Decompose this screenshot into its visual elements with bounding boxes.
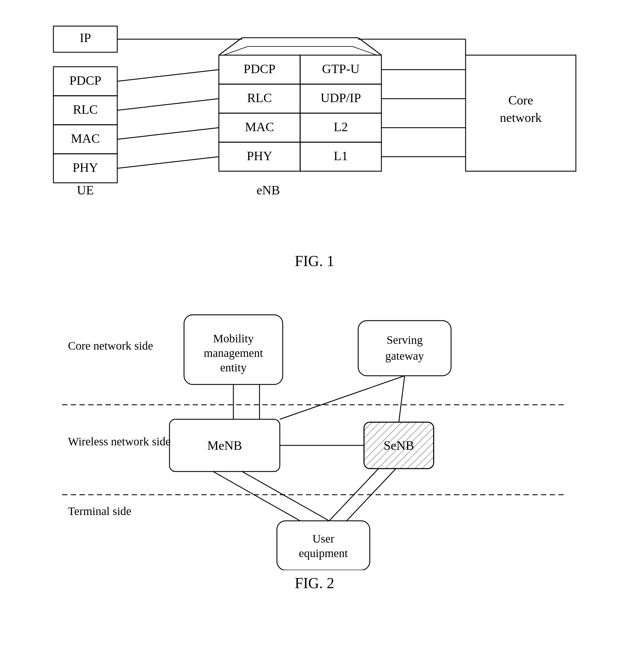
svg-text:UDP/IP: UDP/IP bbox=[321, 91, 361, 105]
svg-text:equipment: equipment bbox=[299, 547, 348, 560]
svg-text:MAC: MAC bbox=[71, 131, 99, 146]
svg-text:UE: UE bbox=[77, 183, 94, 197]
svg-line-40 bbox=[117, 70, 219, 81]
svg-line-41 bbox=[117, 99, 219, 110]
svg-text:Core: Core bbox=[508, 93, 533, 107]
svg-text:Terminal side: Terminal side bbox=[68, 505, 131, 518]
svg-text:Core network side: Core network side bbox=[68, 339, 153, 352]
svg-text:PDCP: PDCP bbox=[243, 62, 275, 76]
svg-text:L1: L1 bbox=[333, 149, 348, 163]
svg-text:SeNB: SeNB bbox=[383, 438, 414, 453]
svg-line-32 bbox=[224, 46, 248, 55]
svg-text:IP: IP bbox=[79, 31, 91, 45]
fig1-diagram: IP PDCP RLC MAC PHY UE PDCP RLC bbox=[23, 18, 606, 249]
svg-text:User: User bbox=[312, 532, 334, 545]
svg-text:Mobility: Mobility bbox=[213, 332, 253, 345]
svg-text:PHY: PHY bbox=[247, 149, 272, 163]
svg-rect-68 bbox=[277, 521, 370, 570]
svg-text:Wireless network side: Wireless network side bbox=[68, 435, 171, 448]
svg-line-42 bbox=[117, 128, 219, 139]
svg-text:RLC: RLC bbox=[247, 91, 272, 105]
svg-text:network: network bbox=[499, 111, 541, 125]
fig1-container: IP PDCP RLC MAC PHY UE PDCP RLC bbox=[23, 18, 606, 279]
svg-text:PDCP: PDCP bbox=[69, 73, 101, 88]
svg-rect-57 bbox=[358, 321, 451, 376]
svg-text:management: management bbox=[204, 346, 263, 360]
svg-text:gateway: gateway bbox=[385, 349, 424, 362]
fig1-caption: FIG. 1 bbox=[23, 253, 606, 269]
svg-line-76 bbox=[213, 472, 300, 521]
fig2-container: Core network side Wireless network side … bbox=[23, 296, 606, 601]
fig2-caption: FIG. 2 bbox=[23, 575, 606, 592]
svg-text:L2: L2 bbox=[333, 120, 348, 134]
svg-text:GTP-U: GTP-U bbox=[322, 62, 359, 76]
svg-line-33 bbox=[352, 46, 377, 55]
svg-text:MAC: MAC bbox=[245, 120, 274, 134]
page: IP PDCP RLC MAC PHY UE PDCP RLC bbox=[0, 0, 629, 672]
svg-text:PHY: PHY bbox=[72, 161, 98, 175]
svg-text:RLC: RLC bbox=[73, 102, 98, 117]
svg-line-77 bbox=[242, 472, 329, 521]
svg-text:entity: entity bbox=[220, 361, 247, 374]
svg-line-72 bbox=[280, 376, 405, 419]
fig2-diagram: Core network side Wireless network side … bbox=[23, 296, 606, 572]
svg-text:MeNB: MeNB bbox=[207, 438, 242, 453]
svg-text:Serving: Serving bbox=[386, 333, 422, 346]
svg-text:eNB: eNB bbox=[256, 183, 280, 197]
svg-line-43 bbox=[117, 157, 219, 168]
svg-line-73 bbox=[399, 376, 405, 422]
